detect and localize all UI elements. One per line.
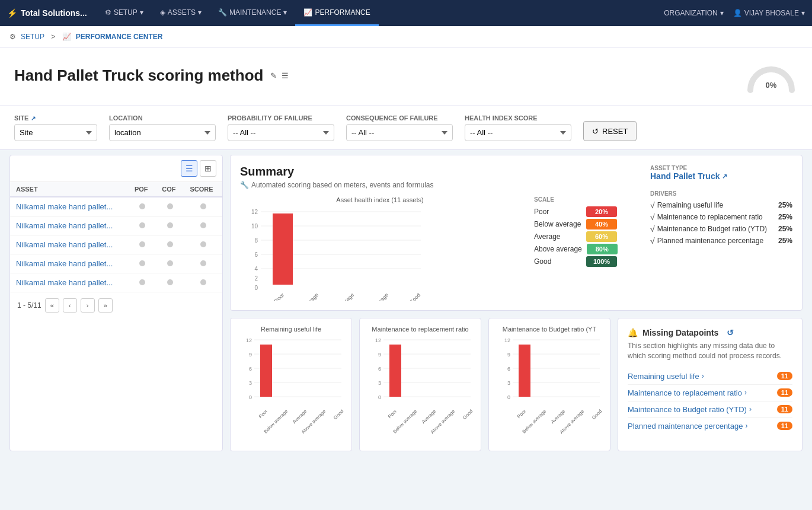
scale-badge: 80% <box>587 244 618 254</box>
missing-count-badge: 11 <box>777 372 792 380</box>
scale-badge: 20% <box>586 206 617 217</box>
reset-button[interactable]: ↺ RESET <box>583 121 637 141</box>
asset-link[interactable]: Nilkamal make hand pallet... <box>16 202 113 211</box>
health-select[interactable]: -- All -- <box>465 124 571 141</box>
nav-org[interactable]: ORGANIZATION ▾ <box>664 9 723 17</box>
missing-row-label[interactable]: Planned maintenance percentage › <box>628 422 747 431</box>
asset-type-value: Hand Pallet Truck ↗ <box>650 171 792 181</box>
gear-small-icon: ⚙ <box>9 33 16 41</box>
pagination-info: 1 - 5/11 <box>17 301 41 310</box>
health-filter-group: HEALTH INDEX SCORE -- All -- <box>465 114 571 141</box>
scale-row: Above average 80% <box>534 244 641 254</box>
location-filter-group: LOCATION location <box>109 114 216 141</box>
summary-right: ASSET TYPE Hand Pallet Truck ↗ DRIVERS √… <box>650 165 792 301</box>
cof-dot <box>167 279 173 285</box>
chart-title: Asset health index (11 assets) <box>240 196 520 203</box>
refresh-icon[interactable]: ↺ <box>727 328 734 337</box>
nav-setup[interactable]: ⚙ SETUP ▾ <box>97 0 152 26</box>
score-dot <box>200 203 206 209</box>
svg-rect-44 <box>389 345 401 397</box>
svg-text:0: 0 <box>507 394 510 400</box>
svg-text:Good: Good <box>591 409 603 420</box>
summary-card: Summary 🔧 Automated scoring based on met… <box>230 155 803 311</box>
view-toggle: ☰ ⊞ <box>10 155 222 182</box>
cof-dot <box>167 260 173 266</box>
gauge-area: 0% <box>744 55 798 96</box>
grid-view-button[interactable]: ⊞ <box>200 160 216 177</box>
svg-text:4: 4 <box>254 266 258 272</box>
pof-select[interactable]: -- All -- <box>228 124 334 141</box>
nav-performance[interactable]: 📈 PERFORMANCE <box>295 0 378 26</box>
chevron-down-icon: ▾ <box>801 9 805 17</box>
scale-item-label: Below average <box>534 220 581 228</box>
chevron-right-icon: › <box>744 388 747 397</box>
svg-text:6: 6 <box>507 366 510 372</box>
table-row: Nilkamal make hand pallet... <box>10 273 222 292</box>
mini-charts-area: Remaining useful life 12 9 6 3 0 Poor Be… <box>230 318 610 451</box>
summary-title: Summary <box>240 165 641 179</box>
svg-text:12: 12 <box>246 337 252 343</box>
site-select[interactable]: Site <box>14 124 97 141</box>
svg-text:2: 2 <box>254 275 258 282</box>
svg-text:9: 9 <box>507 352 510 358</box>
page-next-button[interactable]: › <box>81 298 95 313</box>
list-view-button[interactable]: ☰ <box>181 160 197 177</box>
asset-table: ASSET POF COF SCORE Nilkamal make hand p… <box>10 182 222 292</box>
table-row: Nilkamal make hand pallet... <box>10 254 222 273</box>
chevron-down-icon: ▾ <box>198 8 202 17</box>
missing-row-label[interactable]: Remaining useful life › <box>628 372 704 381</box>
breadcrumb-center[interactable]: PERFORMANCE CENTER <box>76 33 163 41</box>
cof-filter-group: CONSEQUENCE OF FAILURE -- All -- <box>346 114 453 141</box>
main-bar-chart: Asset health index (11 assets) 12 <box>240 196 520 301</box>
nav-user[interactable]: 👤 VIJAY BHOSALE ▾ <box>733 9 805 17</box>
asset-link[interactable]: Nilkamal make hand pallet... <box>16 221 113 230</box>
reset-icon: ↺ <box>592 127 599 136</box>
mini-chart-card: Remaining useful life 12 9 6 3 0 Poor Be… <box>230 318 352 451</box>
missing-row-label[interactable]: Maintenance to replacement ratio › <box>628 388 747 397</box>
bar-poor <box>273 213 293 285</box>
svg-text:0: 0 <box>249 394 252 400</box>
filter-bar: SITE ↗ Site LOCATION location PROBABILIT… <box>0 106 812 150</box>
nav-brand[interactable]: ⚡ Total Solutions... <box>7 8 97 18</box>
svg-text:12: 12 <box>251 209 258 215</box>
chevron-down-icon: ▾ <box>283 8 287 17</box>
pagination: 1 - 5/11 « ‹ › » <box>10 292 222 318</box>
svg-text:0%: 0% <box>766 81 777 90</box>
page-last-button[interactable]: » <box>98 298 113 313</box>
chart-scale-area: Asset health index (11 assets) 12 <box>240 196 641 301</box>
mini-chart-svg: 12 9 6 3 0 Poor Below average Average Ab… <box>238 335 344 442</box>
nav-maintenance[interactable]: 🔧 MAINTENANCE ▾ <box>210 0 295 26</box>
driver-pct: 25% <box>778 201 792 209</box>
nav-assets[interactable]: ◈ ASSETS ▾ <box>152 0 210 26</box>
mini-chart-title: Maintenance to Budget ratio (YT <box>496 326 603 333</box>
score-dot <box>200 222 206 228</box>
breadcrumb-setup[interactable]: SETUP <box>21 33 44 41</box>
sqrt-icon: √ <box>650 224 655 234</box>
missing-row: Remaining useful life › 11 <box>628 368 792 385</box>
missing-header: 🔔 Missing Datapoints ↺ <box>628 328 792 337</box>
svg-text:9: 9 <box>249 352 252 358</box>
page-first-button[interactable]: « <box>45 298 59 313</box>
pof-dot <box>139 279 145 285</box>
asset-link[interactable]: Nilkamal make hand pallet... <box>16 278 113 287</box>
reset-label: RESET <box>602 127 628 136</box>
nav-performance-label: PERFORMANCE <box>315 8 370 17</box>
edit-icon[interactable]: ✎ <box>270 71 277 80</box>
missing-row-label[interactable]: Maintenance to Budget ratio (YTD) › <box>628 405 752 414</box>
asset-link[interactable]: Nilkamal make hand pallet... <box>16 259 113 268</box>
svg-text:10: 10 <box>251 223 258 230</box>
location-select[interactable]: location <box>109 124 216 141</box>
svg-text:Average: Average <box>337 292 356 301</box>
driver-pct: 25% <box>778 225 792 233</box>
svg-text:0: 0 <box>254 285 258 291</box>
cof-select[interactable]: -- All -- <box>346 124 453 141</box>
brand-icon: ⚡ <box>7 8 17 18</box>
page-prev-button[interactable]: ‹ <box>63 298 77 313</box>
external-link-icon[interactable]: ↗ <box>722 173 727 180</box>
menu-icon[interactable]: ☰ <box>282 71 289 80</box>
driver-row: √ Remaining useful life 25% <box>650 200 792 210</box>
top-nav: ⚡ Total Solutions... ⚙ SETUP ▾ ◈ ASSETS … <box>0 0 812 26</box>
asset-link[interactable]: Nilkamal make hand pallet... <box>16 240 113 249</box>
gauge-chart: 0% <box>744 55 798 96</box>
nav-setup-label: SETUP <box>114 8 138 17</box>
